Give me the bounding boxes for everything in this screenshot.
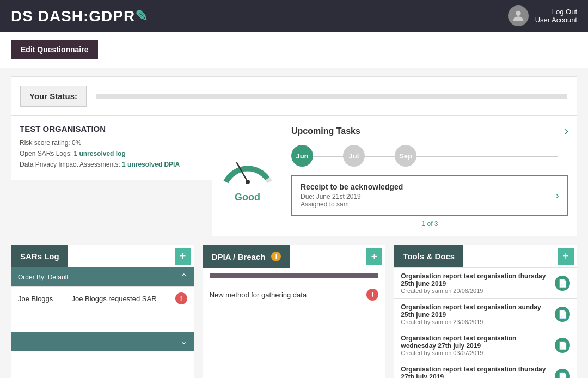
task-card-arrow[interactable]: › [555,189,559,202]
dpia-assessments: Data Privacy Impact Assessments: 1 unres… [20,161,204,168]
sars-log-title: SARs Log [11,245,68,267]
tool-item-sub: Created by sam on 03/07/2019 [401,350,550,356]
gauge-container: Good [220,149,275,203]
status-row: Your Status: [11,76,577,116]
sars-row-action: Joe Bloggs requested SAR [71,295,156,303]
sars-row: Joe Bloggs Joe Bloggs requested SAR ! [11,286,194,310]
edit-questionnaire-button[interactable]: Edit Questionnaire [11,40,98,59]
sars-footer-chevron: ⌄ [180,336,187,346]
dpia-title: DPIA / Breach i [203,245,290,268]
avatar[interactable] [508,5,529,26]
sars-log-panel: SARs Log + Order By: Default ⌃ Joe Blogg… [11,245,194,378]
sars-logs: Open SARs Logs: 1 unresolved log [20,150,204,157]
dpia-row-text: New method for gathering data [210,291,307,299]
tool-item: Organisation report test organisation we… [394,330,577,361]
timeline-month-sep[interactable]: Sep [395,145,416,167]
tool-item: Organisation report test organisation su… [394,298,577,330]
gauge-section: Good [212,116,283,236]
dpia-header: DPIA / Breach i + [203,245,385,268]
sars-row-name: Joe Bloggs [18,295,53,303]
risk-rating: Risk score rating: 0% [20,139,204,147]
svg-point-2 [246,180,250,184]
sars-warning-icon: ! [175,292,187,304]
tasks-title: Upcoming Tasks [291,126,360,136]
tools-add-button[interactable]: + [558,248,574,265]
tool-item-title: Organisation report test organisation th… [401,272,550,288]
sars-log-footer: ⌄ [11,332,194,351]
tool-item-sub: Created by sam on 23/06/2019 [401,319,550,325]
sars-filter-label: Order By: Default [18,273,69,281]
tool-item-title: Organisation report test organisation su… [401,303,550,319]
tool-doc-icon[interactable]: 📄 [555,307,570,322]
status-info: Risk score rating: 0% Open SARs Logs: 1 … [20,139,204,168]
tools-title: Tools & Docs [394,245,463,267]
tool-item-text: Organisation report test organisation we… [401,334,550,356]
tool-doc-icon[interactable]: 📄 [555,369,570,378]
header-right: Log Out User Account [508,5,577,26]
tasks-header: Upcoming Tasks › [291,124,568,138]
task-card-content: Receipt to be acknowledged Due: June 21s… [301,182,403,208]
logo: DS DASH:GDPR✎ [11,7,148,25]
sars-log-add-button[interactable]: + [175,248,191,265]
tool-item: Organisation report test organisation th… [394,267,577,298]
dpia-add-button[interactable]: + [366,248,382,265]
tools-list: Organisation report test organisation th… [394,267,577,378]
tools-panel: Tools & Docs + Organisation report test … [394,245,577,378]
status-bar [96,94,567,99]
task-title: Receipt to be acknowledged [301,182,403,191]
tasks-panel: Upcoming Tasks › Jun Jul Sep Receipt to … [283,116,577,236]
tasks-next-arrow[interactable]: › [565,124,568,138]
sars-filter-chevron: ⌃ [180,272,187,282]
gauge-label: Good [220,192,275,203]
task-assigned: Assigned to sam [301,200,403,208]
logout-link[interactable]: Log Out [535,8,577,16]
bottom-section: SARs Log + Order By: Default ⌃ Joe Blogg… [11,245,577,378]
tool-item-text: Organisation report test organisation th… [401,365,550,378]
dpia-info-icon[interactable]: i [271,252,281,261]
top-content: TEST ORGANISATION Risk score rating: 0% … [11,116,577,236]
tool-doc-icon[interactable]: 📄 [555,276,570,291]
task-pagination: 1 of 3 [291,220,568,228]
org-name: TEST ORGANISATION [20,124,204,133]
task-card: Receipt to be acknowledged Due: June 21s… [291,175,568,216]
timeline: Jun Jul Sep [291,145,568,167]
logo-icon: ✎ [135,8,148,25]
svg-point-0 [516,11,520,16]
tool-item-title: Organisation report test organisation we… [401,334,550,350]
task-due: Due: June 21st 2019 [301,193,403,200]
top-bar: Edit Questionnaire [0,32,588,68]
tool-item-title: Organisation report test organisation th… [401,365,550,378]
tool-item-sub: Created by sam on 20/06/2019 [401,288,550,294]
tool-item: Organisation report test organisation th… [394,361,577,378]
tools-header: Tools & Docs + [394,245,577,267]
dpia-panel: DPIA / Breach i + New method for gatheri… [203,245,386,378]
tool-doc-icon[interactable]: 📄 [555,338,570,353]
dpia-warning-icon: ! [366,289,378,301]
dpia-bar [210,273,379,278]
timeline-month-jul[interactable]: Jul [343,145,365,167]
dpia-row: New method for gathering data ! [203,283,385,306]
account-link[interactable]: User Account [535,16,577,24]
timeline-months: Jun Jul Sep [291,145,568,167]
sars-filter[interactable]: Order By: Default ⌃ [11,267,194,286]
gauge-chart [220,149,275,187]
status-label: Your Status: [20,86,87,107]
header-links: Log Out User Account [535,8,577,24]
tool-item-text: Organisation report test organisation su… [401,303,550,325]
tool-item-text: Organisation report test organisation th… [401,272,550,294]
left-info-panel: TEST ORGANISATION Risk score rating: 0% … [11,116,212,236]
sars-log-header: SARs Log + [11,245,194,267]
timeline-month-jun[interactable]: Jun [291,145,313,167]
header: DS DASH:GDPR✎ Log Out User Account [0,0,588,32]
